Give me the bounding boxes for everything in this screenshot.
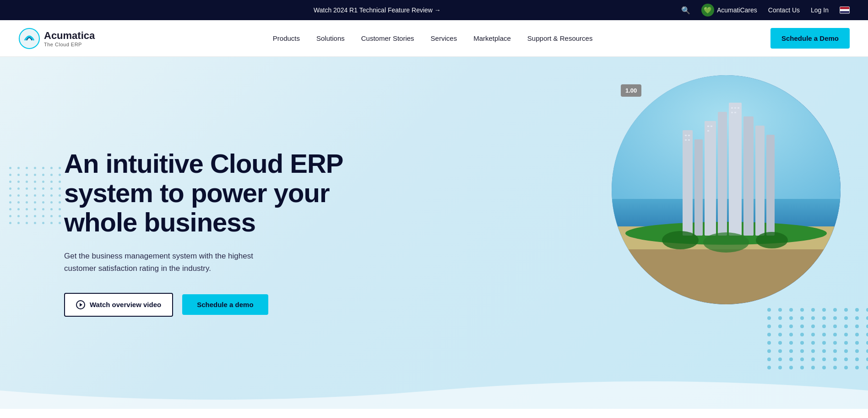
dot-decoration [26,208,28,210]
schedule-demo-button[interactable]: Schedule a Demo [770,28,850,49]
dot-decoration [866,358,868,361]
logo-icon [18,28,40,50]
dot-decoration [17,208,20,210]
svg-rect-23 [738,107,739,109]
dot-decoration [811,316,815,320]
dot-decoration [50,201,53,204]
svg-rect-6 [683,130,693,236]
dot-decoration [866,308,868,312]
play-icon [76,300,85,309]
dot-decoration [811,333,815,336]
nav-support-resources[interactable]: Support & Resources [527,34,593,42]
nav-services[interactable]: Services [431,34,457,42]
hero-subtitle: Get the business management system with … [64,250,284,275]
dot-decoration [822,316,826,320]
log-in-link[interactable]: Log In [811,6,829,14]
dot-decoration [800,324,804,328]
svg-rect-21 [731,107,733,109]
dot-decoration [34,201,36,204]
schedule-demo-hero-button[interactable]: Schedule a demo [182,294,268,315]
dot-decoration [778,358,782,361]
dot-decoration [59,208,61,210]
contact-us-link[interactable]: Contact Us [768,6,800,14]
announcement-link[interactable]: Watch 2024 R1 Technical Feature Review → [314,6,441,14]
logo-subtitle: The Cloud ERP [44,42,95,47]
dot-decoration [50,187,53,190]
dot-decoration [50,194,53,197]
top-bar: Watch 2024 R1 Technical Feature Review →… [0,0,868,20]
nav-customer-stories[interactable]: Customer Stories [361,34,414,42]
acumatica-cares[interactable]: 💚 AcumatiCares [701,4,757,16]
nav-links: Products Solutions Customer Stories Serv… [273,34,593,43]
dot-decoration [844,358,848,361]
dot-decoration [34,167,36,169]
announcement-banner[interactable]: Watch 2024 R1 Technical Feature Review → [314,6,441,14]
dot-decoration [26,181,28,183]
dot-decoration [855,358,859,361]
watch-video-button[interactable]: Watch overview video [64,293,173,317]
dot-decoration [9,215,11,217]
dot-decoration [26,215,28,217]
svg-rect-13 [766,135,775,236]
dot-decoration [789,324,793,328]
dot-decoration [26,201,28,204]
dot-decoration [9,181,11,183]
nav-marketplace[interactable]: Marketplace [473,34,511,42]
svg-point-0 [19,28,39,49]
hero-wave-decoration [0,372,868,409]
search-icon[interactable]: 🔍 [681,6,690,15]
dot-decoration [833,358,837,361]
dot-decoration [17,194,20,197]
dot-decoration [59,174,61,176]
dot-decoration [866,316,868,320]
dot-decoration [844,324,848,328]
dot-decoration [855,366,859,369]
dot-decoration [59,167,61,169]
dot-decoration [26,167,28,169]
dot-decoration [800,358,804,361]
svg-rect-22 [734,107,736,109]
dot-decoration [855,324,859,328]
nav-products[interactable]: Products [273,34,300,42]
dot-decoration [833,324,837,328]
logo[interactable]: Acumatica The Cloud ERP [18,28,95,50]
dot-decoration [9,208,11,210]
dot-decoration [789,341,793,345]
dot-decoration [9,194,11,197]
svg-rect-20 [707,130,709,132]
dot-decoration [59,181,61,183]
logo-text: Acumatica The Cloud ERP [44,30,95,47]
acumatica-cares-label: AcumatiCares [717,6,757,14]
country-flag-icon[interactable] [840,6,850,14]
dot-decoration [42,215,44,217]
main-navigation: Acumatica The Cloud ERP Products Solutio… [0,20,868,57]
dot-decoration [833,333,837,336]
nav-solutions[interactable]: Solutions [316,34,345,42]
dot-decoration [42,181,44,183]
dot-decoration [800,349,804,353]
svg-rect-15 [688,135,690,136]
dot-decoration [778,341,782,345]
svg-rect-12 [755,126,765,236]
dot-decoration [822,333,826,336]
svg-rect-7 [694,139,703,236]
svg-rect-19 [711,126,712,127]
dot-decoration [800,366,804,369]
dot-decoration [789,333,793,336]
svg-rect-16 [685,139,687,141]
dot-decoration [844,316,848,320]
hero-section: const dotsLeft = document.currentScript.… [0,57,868,409]
svg-point-29 [703,232,749,253]
dot-decoration [17,167,20,169]
dot-decoration [34,222,36,224]
dot-decoration [855,341,859,345]
dot-decoration [866,333,868,336]
dot-decoration [866,349,868,353]
dot-decoration [767,324,771,328]
svg-point-27 [662,231,699,249]
dots-left-decoration: const dotsLeft = document.currentScript.… [9,167,64,258]
dot-decoration [789,366,793,369]
svg-rect-17 [688,139,690,141]
dot-decoration [789,358,793,361]
dot-decoration [34,215,36,217]
